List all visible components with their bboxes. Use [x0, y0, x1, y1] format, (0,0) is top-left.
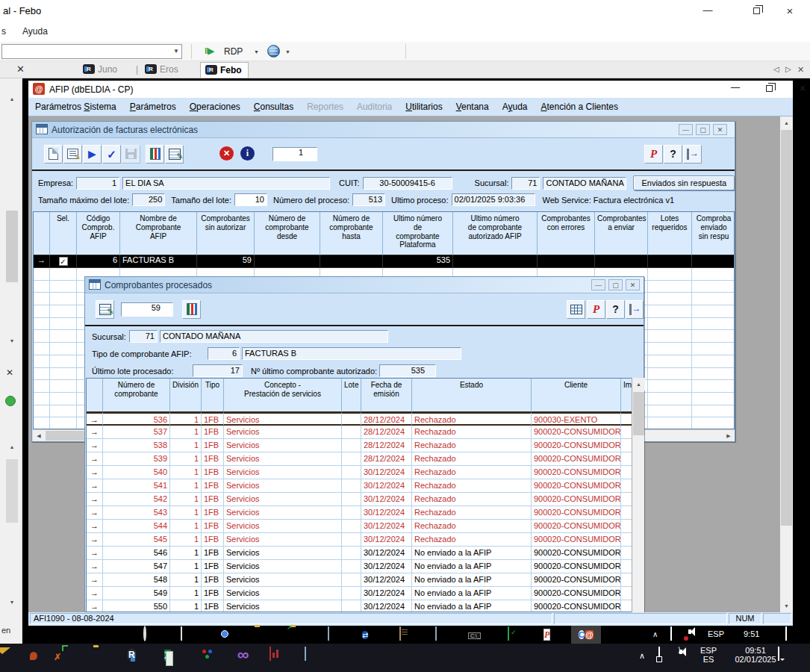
network-tray-icon[interactable] [657, 647, 677, 668]
paint-taskbar-button[interactable] [199, 647, 219, 668]
start-button[interactable] [105, 627, 119, 642]
sucursal-name-field[interactable]: CONTADO MAÑANA [160, 330, 388, 343]
minimize-button[interactable]: — [591, 279, 605, 290]
exit-button[interactable] [683, 145, 702, 164]
globe-icon[interactable] [267, 45, 280, 57]
close-button[interactable]: ✕ [626, 279, 640, 290]
help-button[interactable]: ? [664, 145, 682, 164]
tab-juno[interactable]: RJuno [78, 62, 123, 78]
tab-scroll-left-icon[interactable]: ◁ [773, 65, 779, 73]
mdi-vscrollbar[interactable]: ▲ ▼ [780, 116, 793, 612]
invoice-row-546[interactable]: →54611FBServicios30/12/2024No enviado a … [87, 547, 632, 560]
edit-grid-button[interactable] [165, 145, 184, 164]
panel-close-icon[interactable]: ✕ [16, 63, 25, 75]
afip-restore-button[interactable] [756, 82, 782, 96]
rdp-dropdown-icon[interactable]: ▼ [254, 49, 259, 55]
notification-tray-icon[interactable] [784, 627, 799, 642]
print-button[interactable]: P [644, 145, 663, 164]
scroll-right-icon[interactable]: ▶ [723, 430, 735, 441]
edit-grid-button[interactable] [96, 300, 114, 319]
invoice-row-547[interactable]: →54711FBServicios30/12/2024No enviado a … [87, 560, 632, 573]
ultimo-proceso-field[interactable]: 02/01/2025 9:03:36 [452, 193, 535, 206]
cancel-button[interactable]: ✕ [217, 145, 236, 164]
explorer-taskbar-button[interactable] [254, 627, 269, 642]
columns-button[interactable] [146, 145, 164, 164]
invoice-row-540[interactable]: →54011FBServicios30/12/2024Rechazado9000… [87, 466, 632, 479]
invoice-row-538[interactable]: →53811FBServicios28/12/2024Rechazado9000… [87, 439, 632, 452]
notepad-taskbar-button[interactable] [302, 647, 322, 668]
menu-ayuda[interactable]: Ayuda [496, 98, 535, 116]
run-button[interactable]: ▶ [83, 145, 102, 164]
display-tray-icon[interactable] [669, 627, 684, 642]
sucursal-code-field[interactable]: 71 [129, 330, 158, 343]
db-tools-taskbar-button[interactable] [58, 647, 78, 668]
panel-close-icon[interactable]: ✕ [6, 367, 13, 378]
maximize-button[interactable]: ▢ [608, 279, 623, 290]
empresa-name-field[interactable]: EL DIA SA [122, 177, 330, 190]
save-button[interactable] [122, 145, 140, 164]
cuit-field[interactable]: 30-50009415-6 [363, 177, 452, 190]
menu-utilitarios[interactable]: Utilitarios [399, 98, 449, 116]
scroll-up-icon[interactable]: ▲ [6, 94, 18, 105]
shortcut-folder-button[interactable] [290, 627, 305, 642]
scroll-up-icon[interactable]: ▲ [632, 378, 645, 391]
notepad-taskbar-button[interactable] [325, 627, 340, 642]
combobox-arrow-icon[interactable]: ▼ [173, 48, 179, 55]
invoice-row-542[interactable]: →54211FBServicios30/12/2024Rechazado9000… [87, 493, 632, 506]
maximize-button[interactable]: ▢ [696, 124, 710, 135]
sucursal-code-field[interactable]: 71 [511, 177, 540, 190]
scroll-up-icon[interactable]: ▲ [780, 116, 793, 129]
invoice-row-541[interactable]: →54111FBServicios30/12/2024Rechazado9000… [87, 479, 632, 493]
host-minimize-button[interactable]: — [697, 4, 719, 18]
table-view-button[interactable] [567, 300, 585, 319]
volume-tray-icon[interactable]: ⟩ [678, 647, 698, 668]
invoice-row-545[interactable]: →54511FBServicios30/12/2024Rechazado9000… [87, 533, 632, 547]
scroll-left-icon[interactable]: ◀ [33, 430, 45, 441]
invoice-row-537[interactable]: →53711FBServicios28/12/2024Rechazado9000… [87, 426, 632, 439]
empresa-code-field[interactable]: 1 [76, 177, 119, 190]
menu-reportes[interactable]: Reportes [300, 98, 350, 116]
record-counter-field[interactable]: 59 [121, 302, 173, 317]
exit-button[interactable] [626, 300, 644, 319]
explorer-taskbar-button[interactable] [93, 647, 113, 668]
menu-consultas[interactable]: Consultas [247, 98, 300, 116]
table-vscrollbar[interactable]: ▲ [632, 378, 644, 612]
tab-febo[interactable]: RFebo [200, 62, 249, 78]
scroll-up-icon[interactable]: ▲ [6, 442, 18, 452]
menu-operaciones[interactable]: Operaciones [183, 98, 247, 116]
scroll-down-icon[interactable]: ▼ [780, 600, 793, 612]
tipo-name-field[interactable]: FACTURAS B [242, 347, 461, 360]
notepad2-taskbar-button[interactable] [433, 627, 448, 642]
info-button[interactable]: i [238, 145, 257, 164]
tab-close-icon[interactable]: ✕ [797, 65, 804, 75]
tab-eros[interactable]: REros [140, 62, 184, 78]
scrollbar-thumb[interactable] [6, 459, 18, 523]
report-taskbar-button[interactable] [267, 647, 287, 668]
rdp-connect-icon[interactable]: ‖▶ [205, 46, 214, 56]
invoice-row-536[interactable]: →53611FBServicios28/12/2024Rechazado9000… [87, 412, 632, 426]
afip-taskbar-button-icon[interactable]: @ [585, 627, 599, 642]
sucursal-name-field[interactable]: CONTADO MAÑANA [543, 177, 626, 190]
invoice-row-539[interactable]: →53911FBServicios28/12/2024Rechazado9000… [87, 452, 632, 466]
afip-close-button[interactable]: × [790, 82, 810, 96]
scroll-down-icon[interactable]: ▼ [6, 336, 18, 346]
excel-taskbar-button[interactable]: X [163, 647, 183, 668]
invoice-row-550[interactable]: →55011FBServicios30/12/2024No enviado a … [87, 600, 632, 612]
task-view-button[interactable] [179, 627, 194, 642]
host-language-indicator[interactable]: ESPES [696, 646, 721, 664]
host-menu-cut-item[interactable]: s [1, 26, 6, 37]
columns-button[interactable] [182, 300, 201, 319]
menu-par-metros[interactable]: Parámetros [123, 98, 183, 116]
volume-tray-icon[interactable] [687, 627, 702, 642]
calendar-taskbar-button[interactable] [506, 627, 521, 642]
action-center-button[interactable] [776, 647, 797, 668]
vscrollbar-thumb[interactable] [781, 130, 792, 526]
mremoteng-taskbar-button[interactable]: R [127, 647, 147, 668]
terminal-taskbar-button[interactable]: C:\_ [467, 627, 482, 642]
teamviewer-taskbar-button[interactable]: ⇄ [361, 627, 376, 642]
enviados-sin-respuesta-button[interactable]: Enviados sin respuesta [633, 175, 735, 190]
menu-atenci-n-a-clientes[interactable]: Atención a Clientes [535, 98, 625, 116]
firefox-taskbar-button[interactable] [24, 647, 44, 668]
tam-lote-field[interactable]: 10 [234, 193, 267, 206]
help-book-button[interactable] [397, 627, 412, 642]
